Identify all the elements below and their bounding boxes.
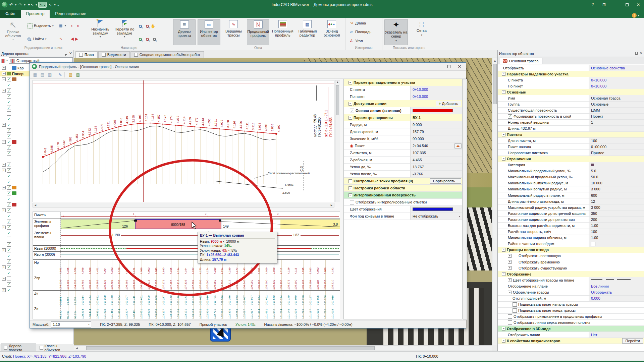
chart-scroll-left-icon[interactable]: ◄: [34, 203, 37, 207]
tree-checkbox[interactable]: ✓: [7, 185, 11, 190]
section-expander-icon[interactable]: −: [502, 133, 505, 136]
selection-mode-button[interactable]: ▦▾: [57, 22, 67, 29]
tree-checkbox[interactable]: ✓: [7, 168, 11, 173]
section-expander-icon[interactable]: −: [502, 272, 505, 276]
tree-checkbox[interactable]: ✓: [7, 225, 11, 230]
tree-checkbox[interactable]: ✓: [7, 208, 11, 213]
expander-icon[interactable]: +: [2, 208, 6, 212]
property-value[interactable]: Нет: [589, 332, 644, 338]
profile-window[interactable]: Продольный профиль - [Основная трасса] -…: [30, 62, 466, 328]
property-value[interactable]: 90.000: [410, 135, 462, 142]
tree-checkbox[interactable]: ✓: [7, 174, 11, 178]
row-expander-icon[interactable]: +: [508, 266, 512, 270]
scale-combo[interactable]: 1:10▾: [51, 321, 91, 327]
property-row[interactable]: ГруппаОсновные: [498, 102, 644, 108]
layer-value[interactable]: Проект: [13, 354, 25, 358]
background-folder-icon[interactable]: ▨: [67, 72, 74, 78]
property-value[interactable]: [589, 241, 644, 247]
section-expander-icon[interactable]: −: [502, 248, 505, 252]
section-expander-icon[interactable]: −: [502, 327, 505, 330]
zoom-in-icon[interactable]: [139, 25, 142, 28]
expander-icon[interactable]: +: [2, 226, 6, 229]
property-row[interactable]: Z-рабочая, м4.465: [344, 157, 462, 164]
property-value[interactable]: Основная трасса: [589, 95, 644, 101]
tree-checkbox[interactable]: ✓: [7, 254, 11, 258]
property-value[interactable]: [410, 206, 462, 213]
property-row[interactable]: Высота глаз для расчёта видимости, м1.00: [498, 223, 644, 229]
north-pointer-button[interactable]: ✦ Указатель на север▾: [384, 19, 408, 45]
property-row[interactable]: Расстояние видимости до встречной машины…: [498, 210, 644, 217]
tree-checkbox[interactable]: ✓: [7, 214, 11, 218]
go-next-icon[interactable]: ▶: [75, 37, 78, 41]
tree-checkbox[interactable]: [7, 157, 11, 161]
add-button[interactable]: + Добавить: [436, 101, 461, 106]
tree-checkbox[interactable]: ✓: [7, 191, 11, 195]
property-row[interactable]: Длина: 432.67 м: [498, 126, 644, 132]
preset-tool-icon[interactable]: [1, 59, 5, 63]
property-row[interactable]: Минимальный выпуклый радиус, м10 000: [498, 180, 644, 186]
property-row[interactable]: +Отображать постоянную: [498, 253, 644, 259]
active-tool-button[interactable]: ↖ ▾: [38, 2, 46, 8]
property-value[interactable]: 0+10.000: [410, 86, 462, 93]
expander-icon[interactable]: +: [2, 248, 6, 252]
undo-icon[interactable]: ↶: [9, 2, 14, 7]
property-value[interactable]: 12: [589, 198, 644, 204]
property-value[interactable]: 4.465: [410, 157, 462, 163]
property-row[interactable]: Подписывать пикет конца трассы: [498, 308, 644, 314]
profile-window-titlebar[interactable]: Продольный профиль - [Основная трасса] -…: [30, 63, 466, 71]
property-row[interactable]: По пикет0+10.000: [344, 93, 462, 100]
profile-maximize-button[interactable]: [444, 63, 453, 70]
property-value[interactable]: Все линии: [589, 283, 644, 289]
window-button-4[interactable]: ∿Продольный профиль: [247, 19, 269, 45]
tree-checkbox[interactable]: ✓: [7, 163, 11, 167]
splitter-handle[interactable]: ·····: [33, 208, 334, 211]
goto-bookmark-button[interactable]: Перейти по закладке▾: [113, 19, 136, 45]
tree-checkbox[interactable]: ✓: [7, 123, 11, 127]
profile-close-button[interactable]: ✕: [455, 63, 464, 70]
measure-3-button[interactable]: ∠Угол: [347, 38, 373, 44]
property-value[interactable]: 0.000: [589, 296, 644, 301]
qat-more-icon[interactable]: ⌄: [57, 3, 60, 7]
zoom-dynamic-out-icon[interactable]: [146, 38, 149, 41]
menu-tab-3[interactable]: Рецензирование: [50, 10, 92, 18]
zoom-dynamic-in-icon[interactable]: [139, 38, 142, 41]
property-row[interactable]: Отступ подписей, м0.000: [498, 296, 644, 302]
property-row[interactable]: Отображать линии верха земляного полотна: [498, 320, 644, 326]
tree-checkbox[interactable]: ✓: [7, 197, 11, 201]
pointer-caret-icon[interactable]: ▾: [54, 3, 56, 6]
property-value[interactable]: 0+00.000: [589, 144, 644, 149]
measure-1-button[interactable]: ↝Длина: [347, 20, 373, 26]
property-row[interactable]: С пикета0+10.000: [344, 86, 462, 93]
go-last-icon[interactable]: ⇥: [75, 23, 79, 28]
profile-chart[interactable]: 4.8414.7854.5784.5684.5884.4514.3044.332…: [33, 80, 334, 202]
zoom-window-icon[interactable]: [153, 38, 156, 41]
info-card-icon[interactable]: ▧: [75, 72, 81, 78]
params-scrollbar[interactable]: [463, 79, 467, 320]
property-value[interactable]: [589, 126, 644, 131]
property-value[interactable]: Не отображать▾: [410, 213, 462, 220]
section-expander-icon[interactable]: −: [502, 339, 505, 343]
property-row[interactable]: Фон под кривыми в планеНе отображать▾: [344, 213, 462, 220]
property-row[interactable]: Расчётная скорость, км/ч100: [498, 229, 644, 235]
property-value[interactable]: 0+10.000: [589, 77, 644, 83]
property-value[interactable]: Прямое: [589, 150, 644, 156]
expander-icon[interactable]: +: [2, 66, 6, 70]
section-header[interactable]: −Интерполированная поверхность: [344, 192, 462, 199]
tree-checkbox[interactable]: [7, 277, 11, 281]
tree-checkbox[interactable]: ✓: [7, 151, 11, 156]
property-value[interactable]: 200: [589, 217, 644, 222]
property-value[interactable]: -3.766: [410, 171, 462, 177]
tree-checkbox[interactable]: ✓: [7, 265, 11, 269]
window-button-7[interactable]: ◆●▲3D-вид основной: [321, 19, 343, 45]
section-expander-icon[interactable]: −: [502, 157, 505, 161]
tree-checkbox[interactable]: ✓: [7, 134, 11, 138]
property-value[interactable]: [589, 277, 644, 283]
measure-2-button[interactable]: ▱Площадь: [347, 29, 373, 35]
property-value[interactable]: Основные: [589, 102, 644, 107]
pick-caret-icon[interactable]: ▾: [36, 3, 37, 6]
notification-area[interactable]: ! ▾: [632, 13, 644, 18]
expander-icon[interactable]: −: [2, 140, 6, 144]
section-header[interactable]: −Отображение в 3D-виде: [498, 326, 644, 332]
tree-checkbox[interactable]: ✓: [7, 242, 11, 247]
go-first-icon[interactable]: ⇤: [71, 23, 74, 28]
